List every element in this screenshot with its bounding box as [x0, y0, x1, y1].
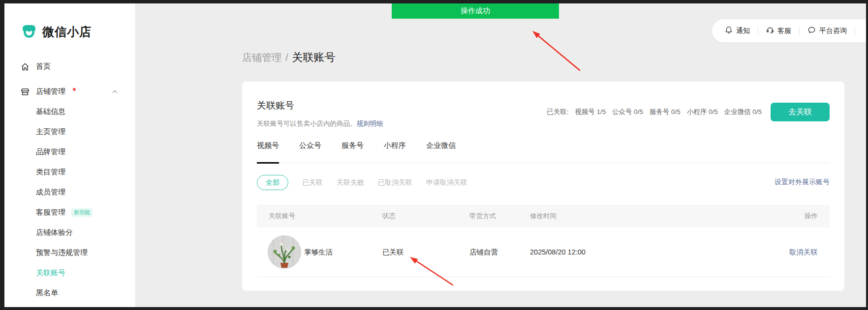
filter-linked[interactable]: 已关联: [302, 178, 323, 187]
sidebar-item-blacklist[interactable]: 黑名单: [4, 283, 135, 303]
headset-icon: [766, 26, 774, 35]
linked-stats: 已关联: 视频号 1/5 公众号 0/5 服务号 0/5 小程序 0/5 企业微…: [547, 108, 762, 116]
divider: [758, 27, 758, 35]
sidebar-item-customer-service[interactable]: 客服管理 新功能: [4, 202, 135, 223]
card-description: 关联账号可以售卖小店内的商品。规则明细: [257, 119, 383, 128]
account-mode: 店铺自营: [469, 248, 530, 257]
breadcrumb-section[interactable]: 店铺管理: [242, 51, 281, 64]
store-logo-icon: [21, 23, 37, 41]
table-row: 掌够生活 已关联 店铺自营 2025/08/20 12:00 取消关联: [257, 227, 830, 277]
account-type-tabs: 视频号 公众号 服务号 小程序 企业微信: [257, 141, 830, 163]
go-link-button[interactable]: 去关联: [771, 103, 830, 121]
table-header: 关联账号 状态 带货方式 修改时间 操作: [257, 205, 830, 227]
unlink-action-link[interactable]: 取消关联: [789, 248, 818, 256]
app-logo: 微信小店: [4, 22, 135, 42]
account-modified-time: 2025/08/20 12:00: [530, 248, 756, 256]
sidebar-item-store-management[interactable]: 店铺管理: [4, 82, 135, 102]
sidebar-nav: 首页 店铺管理 基础信息 主页管理 品牌管理 类目管理: [4, 56, 135, 303]
rules-link[interactable]: 规则明细: [357, 120, 383, 127]
breadcrumb-separator: /: [285, 52, 288, 63]
linked-accounts-card: 关联账号 关联账号可以售卖小店内的商品。规则明细 已关联: 视频号 1/5 公众…: [242, 82, 844, 291]
chat-bubble-icon: [807, 26, 816, 35]
tab-enterprise-wechat[interactable]: 企业微信: [426, 141, 456, 163]
divider: [799, 27, 800, 35]
header-mode: 带货方式: [469, 212, 530, 221]
notifications-button[interactable]: 通知: [725, 26, 750, 35]
accounts-table: 关联账号 状态 带货方式 修改时间 操作: [257, 205, 830, 277]
sidebar-item-members[interactable]: 成员管理: [4, 182, 135, 202]
display-accounts-link[interactable]: 设置对外展示账号: [775, 178, 830, 187]
header-action: 操作: [756, 212, 830, 221]
shop-icon: [21, 87, 30, 96]
sidebar-item-category[interactable]: 类目管理: [4, 162, 135, 182]
bell-icon: [725, 26, 733, 35]
sidebar-item-brand[interactable]: 品牌管理: [4, 142, 135, 162]
tab-mini-program[interactable]: 小程序: [384, 141, 406, 163]
header-status: 状态: [382, 212, 469, 221]
filter-failed[interactable]: 关联失败: [337, 178, 364, 187]
customer-service-button[interactable]: 客服: [766, 26, 791, 35]
account-name: 掌够生活: [304, 248, 333, 257]
header-time: 修改时间: [530, 212, 756, 221]
sidebar-item-homepage[interactable]: 主页管理: [4, 122, 135, 142]
new-feature-badge: 新功能: [71, 208, 93, 217]
account-status: 已关联: [382, 248, 469, 257]
divider: [855, 27, 855, 35]
home-icon: [21, 62, 30, 71]
sidebar-item-label: 首页: [36, 62, 51, 71]
sidebar-item-home[interactable]: 首页: [4, 56, 135, 77]
app-title: 微信小店: [42, 24, 92, 40]
filter-all[interactable]: 全部: [257, 175, 288, 190]
success-toast: 操作成功: [392, 3, 559, 19]
breadcrumb: 店铺管理 / 关联账号: [242, 50, 336, 65]
tab-service-account[interactable]: 服务号: [341, 141, 364, 163]
page-title: 关联账号: [292, 50, 336, 65]
main-area: 操作成功 通知: [136, 3, 866, 307]
app-window: 微信小店 首页 店铺管理: [4, 3, 866, 307]
status-filters: 全部 已关联 关联失败 已取消关联 申请取消关联 设置对外展示账号: [257, 175, 830, 190]
card-header-right: 已关联: 视频号 1/5 公众号 0/5 服务号 0/5 小程序 0/5 企业微…: [547, 103, 830, 121]
sidebar-item-basic-info[interactable]: 基础信息: [4, 102, 135, 122]
notification-dot: [73, 88, 76, 91]
wechat-store-admin: { "colors": { "toast_green": "#0abf53", …: [0, 0, 868, 310]
tab-video-account[interactable]: 视频号: [257, 141, 279, 163]
header-account: 关联账号: [257, 212, 382, 221]
sidebar-item-experience-score[interactable]: 店铺体验分: [4, 223, 135, 243]
chevron-up-icon[interactable]: [112, 89, 118, 94]
sidebar-item-label: 店铺管理: [36, 87, 65, 96]
platform-consult-button[interactable]: 平台咨询: [807, 26, 847, 35]
filter-cancel-requested[interactable]: 申请取消关联: [426, 178, 467, 187]
tab-official-account[interactable]: 公众号: [299, 141, 321, 163]
card-title: 关联账号: [257, 99, 294, 112]
topbar-actions: 通知 客服 平台咨询: [712, 19, 866, 43]
account-avatar: [268, 235, 301, 269]
sidebar-item-violation[interactable]: 预警与违规管理: [4, 243, 135, 263]
sidebar: 微信小店 首页 店铺管理: [4, 3, 136, 307]
sidebar-item-linked-accounts[interactable]: 关联账号: [4, 263, 135, 283]
filter-cancelled[interactable]: 已取消关联: [378, 178, 412, 187]
toast-text: 操作成功: [461, 6, 490, 16]
